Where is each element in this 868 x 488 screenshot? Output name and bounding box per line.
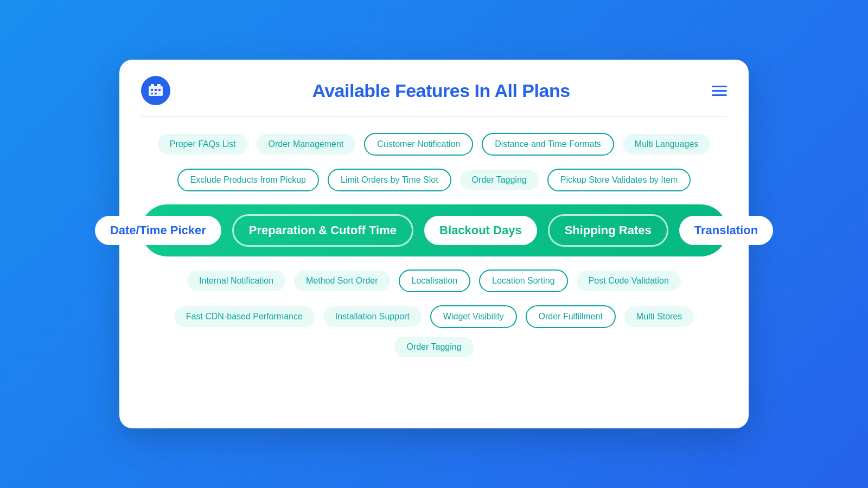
feature-row-1: Proper FAQs List Order Management Custom… bbox=[141, 133, 727, 156]
svg-rect-7 bbox=[155, 93, 157, 94]
svg-rect-1 bbox=[151, 84, 154, 87]
pill-post-code[interactable]: Post Code Validation bbox=[577, 271, 681, 291]
pill-order-fulfillment[interactable]: Order Fulfillment bbox=[526, 305, 616, 328]
svg-rect-2 bbox=[157, 84, 161, 87]
pill-order-management[interactable]: Order Management bbox=[257, 134, 356, 155]
pill-installation-support[interactable]: Installation Support bbox=[323, 306, 422, 327]
pill-localisation[interactable]: Localisation bbox=[399, 269, 471, 292]
menu-button[interactable] bbox=[712, 86, 727, 96]
feature-row-2: Exclude Products from Pickup Limit Order… bbox=[141, 169, 727, 191]
pill-multi-stores[interactable]: Multi Stores bbox=[624, 306, 694, 327]
banner-pill-datetime[interactable]: Date/Time Picker bbox=[95, 216, 221, 245]
pill-multi-languages[interactable]: Multi Languages bbox=[623, 134, 710, 155]
divider bbox=[141, 116, 727, 117]
pill-widget-visibility[interactable]: Widget Visibility bbox=[430, 305, 517, 328]
page-title: Available Features In All Plans bbox=[170, 80, 712, 101]
pill-cdn-performance[interactable]: Fast CDN-based Performance bbox=[174, 306, 315, 327]
pill-distance-time[interactable]: Distance and Time Formats bbox=[482, 133, 614, 156]
pill-customer-notification[interactable]: Customer Notification bbox=[364, 133, 473, 156]
pill-proper-faqs[interactable]: Proper FAQs List bbox=[158, 134, 248, 155]
pill-order-tagging-row2[interactable]: Order Tagging bbox=[460, 170, 539, 190]
logo bbox=[141, 76, 170, 105]
banner-pill-translation[interactable]: Translation bbox=[679, 216, 773, 245]
banner-pill-preparation[interactable]: Preparation & Cutoff Time bbox=[232, 214, 413, 247]
banner-pill-blackout[interactable]: Blackout Days bbox=[424, 216, 537, 245]
pill-internal-notification[interactable]: Internal Notification bbox=[187, 271, 285, 291]
svg-rect-5 bbox=[158, 89, 161, 91]
features-section: Proper FAQs List Order Management Custom… bbox=[119, 133, 749, 357]
highlight-banner: Date/Time Picker Preparation & Cutoff Ti… bbox=[141, 204, 727, 256]
feature-row-3: Internal Notification Method Sort Order … bbox=[141, 269, 727, 292]
card-header: Available Features In All Plans bbox=[119, 60, 749, 116]
pill-method-sort[interactable]: Method Sort Order bbox=[294, 271, 390, 291]
svg-rect-3 bbox=[151, 89, 153, 91]
pill-pickup-store[interactable]: Pickup Store Validates by Item bbox=[547, 169, 691, 191]
svg-rect-6 bbox=[151, 93, 153, 94]
pill-order-tagging-row4[interactable]: Order Tagging bbox=[394, 337, 473, 357]
pill-limit-orders[interactable]: Limit Orders by Time Slot bbox=[328, 169, 451, 191]
pill-exclude-products[interactable]: Exclude Products from Pickup bbox=[177, 169, 319, 191]
feature-row-4: Fast CDN-based Performance Installation … bbox=[141, 305, 727, 357]
pill-location-sorting[interactable]: Location Sorting bbox=[479, 269, 568, 292]
banner-pill-shipping[interactable]: Shipping Rates bbox=[548, 214, 668, 247]
main-card: Available Features In All Plans Proper F… bbox=[119, 60, 749, 428]
svg-rect-4 bbox=[155, 89, 157, 91]
